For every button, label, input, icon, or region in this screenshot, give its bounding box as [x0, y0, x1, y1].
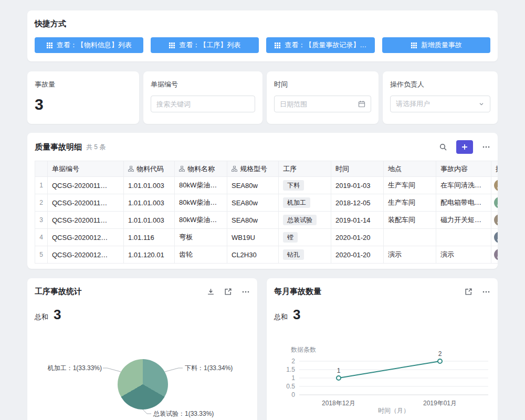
cell-process: 下料 [279, 177, 331, 194]
filter-row: 事故量 3 单据编号 时间 操作负责人 请选择用户 [27, 71, 498, 124]
table-row[interactable]: 1 QCSG-2020011… 1.01.01.003 80kW柴油… SEA8… [35, 177, 498, 194]
open-in-new-icon [465, 288, 472, 296]
table-header-bar: 质量事故明细 共 5 条 [35, 140, 498, 154]
linked-field-icon [232, 166, 237, 172]
col-content: 事故内容 [436, 161, 491, 177]
cell-date: 2018-12-05 [331, 194, 384, 212]
y-tick: 2 [291, 358, 295, 365]
table-row[interactable]: 4 QCSG-2020012… 1.01.116 弯板 WB19U 镗 2020… [35, 229, 498, 246]
shortcuts-title: 快捷方式 [35, 19, 490, 29]
add-record-button[interactable] [456, 140, 473, 154]
cell-spec-model: SEA80w [227, 177, 279, 194]
col-spec-model: 规格型号 [227, 161, 279, 177]
process-tag: 机加工 [283, 197, 310, 208]
accident-count-card: 事故量 3 [27, 71, 139, 124]
table-scroll-area[interactable]: 单据编号 物料代码 物料名称 规格型号 工序 时间 地点 事故内容 操作负责人 … [35, 161, 498, 264]
avatar [494, 180, 498, 191]
cell-spec-model: WB19U [227, 229, 279, 246]
table-actions [439, 140, 490, 154]
button-label: 查看：【物料信息】列表 [57, 40, 132, 50]
search-icon [439, 143, 447, 151]
search-button[interactable] [439, 143, 447, 151]
cell-spec-model: SEA80w [227, 194, 279, 212]
cell-material-name: 80kW柴油… [175, 177, 227, 194]
cell-owner [491, 229, 498, 246]
accident-table: 单据编号 物料代码 物料名称 规格型号 工序 时间 地点 事故内容 操作负责人 … [35, 161, 498, 264]
more-button[interactable] [482, 143, 490, 151]
cell-place [384, 229, 436, 246]
monthly-count-card: 每月事故数量 总和 3 数据条数 2 1.5 [267, 278, 498, 420]
avatar [494, 249, 498, 260]
line-card-header: 每月事故数量 [274, 287, 490, 297]
date-range-box[interactable] [274, 96, 371, 112]
table-row[interactable]: 5 QCSG-2020012… 1.01.120.01 齿轮 CL2H30 钻孔… [35, 246, 498, 264]
operator-select[interactable]: 请选择用户 [390, 96, 490, 112]
gridlines [299, 361, 488, 386]
table-row[interactable]: 2 QCSG-2020011… 1.01.01.003 80kW柴油… SEA8… [35, 194, 498, 212]
cell-owner [491, 177, 498, 194]
x-tick: 2018年12月 [322, 400, 355, 407]
time-label: 时间 [274, 80, 371, 89]
cell-material-name: 齿轮 [175, 246, 227, 264]
total-value: 3 [54, 307, 61, 323]
cell-material-code: 1.01.01.003 [124, 212, 175, 229]
cell-material-name: 80kW柴油… [175, 212, 227, 229]
view-process-list-button[interactable]: 查看：【工序】列表 [151, 37, 259, 53]
line-chart: 数据条数 2 1.5 1 0.5 0 2018年12月 2019年01月 时间（… [267, 346, 498, 420]
col-row-number [35, 161, 48, 177]
operator-select-placeholder: 请选择用户 [396, 99, 475, 109]
button-label: 查看：【工序】列表 [179, 40, 240, 50]
cell-spec-model: SEA80w [227, 212, 279, 229]
table-header-row: 单据编号 物料代码 物料名称 规格型号 工序 时间 地点 事故内容 操作负责人 [35, 161, 498, 177]
plus-icon [461, 144, 468, 150]
line-card-actions [465, 288, 490, 296]
shortcuts-card: 快捷方式 查看：【物料信息】列表 查看：【工序】列表 查看：【质量事故记录】… … [27, 10, 498, 61]
more-button[interactable] [242, 288, 250, 296]
view-material-list-button[interactable]: 查看：【物料信息】列表 [35, 37, 143, 53]
open-window-button[interactable] [224, 288, 232, 296]
process-tag: 总装试验 [283, 215, 317, 225]
cell-owner [491, 246, 498, 264]
series-label: 数据条数 [291, 346, 316, 353]
line-value-0: 1 [337, 367, 341, 374]
y-tick: 0.5 [286, 383, 295, 390]
cell-doc-number: QCSG-2020011… [48, 212, 124, 229]
add-quality-accident-button[interactable]: 新增质量事故 [382, 37, 491, 53]
open-window-button[interactable] [465, 288, 472, 296]
cell-content: 配电箱带电… [436, 194, 491, 212]
chevron-down-icon [478, 101, 485, 107]
apps-grid-icon [169, 42, 175, 49]
linked-field-icon [128, 166, 134, 172]
apps-grid-icon [411, 42, 417, 49]
cell-place: 生产车间 [384, 194, 436, 212]
download-icon [207, 288, 215, 296]
cell-spec-model: CL2H30 [227, 246, 279, 264]
table-row[interactable]: 3 QCSG-2020011… 1.01.01.003 80kW柴油… SEA8… [35, 212, 498, 229]
more-dots-icon [242, 288, 250, 296]
calendar-icon [358, 100, 365, 108]
doc-number-search-box[interactable] [151, 96, 255, 112]
shortcut-buttons: 查看：【物料信息】列表 查看：【工序】列表 查看：【质量事故记录】… 新增质量事… [35, 37, 490, 53]
date-range-input[interactable] [280, 100, 355, 108]
line-total: 总和 3 [274, 307, 300, 323]
view-quality-records-button[interactable]: 查看：【质量事故记录】… [266, 37, 375, 53]
more-button[interactable] [482, 288, 490, 296]
x-axis-title: 时间（月） [378, 407, 410, 414]
pie-callout-assembly-test: 总装试验：1(33.33%) [153, 410, 214, 418]
col-date: 时间 [331, 161, 384, 177]
cell-process: 机加工 [279, 194, 331, 212]
doc-number-search-input[interactable] [156, 100, 249, 108]
cell-process: 总装试验 [279, 212, 331, 229]
cell-content: 在车间清洗… [436, 177, 491, 194]
col-place: 地点 [384, 161, 436, 177]
total-label: 总和 [274, 312, 288, 322]
cell-date: 2019-01-14 [331, 212, 384, 229]
more-dots-icon [482, 288, 490, 296]
cell-row-number: 1 [35, 177, 48, 194]
col-material-name: 物料名称 [175, 161, 227, 177]
cell-doc-number: QCSG-2020012… [48, 246, 124, 264]
cell-material-code: 1.01.120.01 [124, 246, 175, 264]
download-button[interactable] [207, 288, 215, 296]
avatar [494, 214, 498, 226]
cell-material-name: 弯板 [175, 229, 227, 246]
